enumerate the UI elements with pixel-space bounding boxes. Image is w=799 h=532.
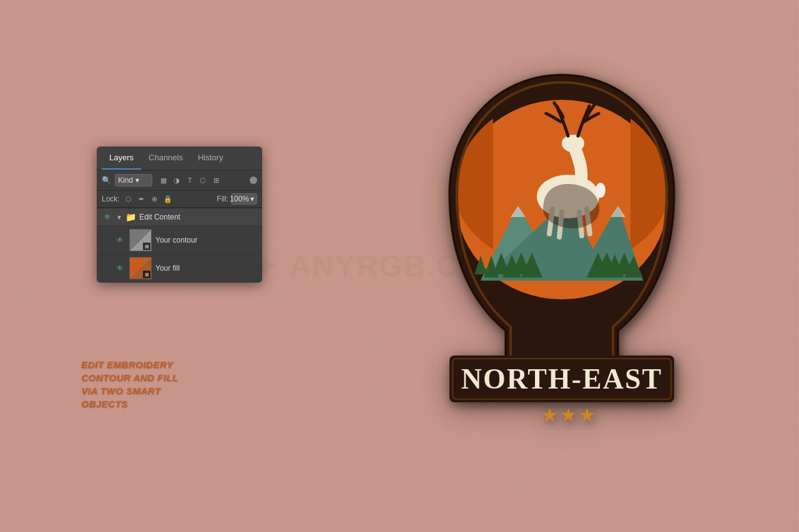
badge-container: NORTH-EAST ★ ★ ★ <box>406 37 718 462</box>
fill-thumbnail: ⊞ <box>129 257 152 279</box>
filter-toggle[interactable] <box>250 177 257 184</box>
contour-thumbnail: ⊞ <box>129 229 152 251</box>
lock-pixels-icon[interactable]: ✒ <box>137 194 147 204</box>
adjustment-filter-icon[interactable]: ◑ <box>172 175 182 185</box>
tab-channels[interactable]: Channels <box>141 147 190 170</box>
tab-layers[interactable]: Layers <box>102 147 141 170</box>
search-icon: 🔍 <box>102 176 111 185</box>
filter-row: 🔍 Kind ▾ ▦ ◑ T ⬡ ⊞ <box>97 170 262 191</box>
type-filter-icon[interactable]: T <box>185 175 195 185</box>
fill-eye-icon[interactable]: 👁 <box>114 263 125 274</box>
smart-filter-icon[interactable]: ⊞ <box>211 175 221 185</box>
lock-icons: ⬡ ✒ ⊕ 🔒 <box>124 194 173 204</box>
fill-input[interactable]: 100% ▾ <box>231 193 257 205</box>
lock-position-icon[interactable]: ⊕ <box>150 194 160 204</box>
kind-dropdown[interactable]: Kind ▾ <box>115 174 152 186</box>
instruction-line4: objects <box>81 397 179 410</box>
svg-point-24 <box>596 183 605 198</box>
dropdown-arrow: ▾ <box>135 176 139 185</box>
fill-thumb-preview: ⊞ <box>130 258 151 279</box>
bottom-instruction-text: Edit embroidery contour and fill via two… <box>81 358 179 410</box>
group-chevron-icon: ▼ <box>116 214 122 221</box>
layer-group-header[interactable]: 👁 ▼ 📁 Edit Content <box>97 208 262 226</box>
layer-item-fill[interactable]: 👁 ⊞ Your fill <box>97 254 262 283</box>
fill-layer-name: Your fill <box>155 264 180 273</box>
smart-badge-contour: ⊞ <box>143 243 150 250</box>
tab-history[interactable]: History <box>190 147 230 170</box>
group-eye-icon[interactable]: 👁 <box>102 211 113 223</box>
fill-label: Fill: <box>217 195 228 203</box>
shape-filter-icon[interactable]: ⬡ <box>198 175 208 185</box>
instruction-line3: via two smart <box>81 384 179 397</box>
lock-transparent-icon[interactable]: ⬡ <box>124 194 134 204</box>
fill-value: 100% <box>230 195 249 203</box>
svg-text:NORTH-EAST: NORTH-EAST <box>461 363 663 395</box>
filter-icons: ▦ ◑ T ⬡ ⊞ <box>159 175 221 185</box>
lock-row: Lock: ⬡ ✒ ⊕ 🔒 Fill: 100% ▾ <box>97 191 262 208</box>
contour-layer-name: Your contour <box>155 236 198 244</box>
layer-group: 👁 ▼ 📁 Edit Content 👁 ⊞ Your contour 👁 ⊞ <box>97 208 262 283</box>
layers-panel: Layers Channels History 🔍 Kind ▾ ▦ ◑ T ⬡… <box>97 147 262 283</box>
pixel-filter-icon[interactable]: ▦ <box>159 175 169 185</box>
fill-arrow: ▾ <box>250 195 254 203</box>
instruction-line2: contour and fill <box>81 371 179 384</box>
svg-text:★: ★ <box>542 405 557 425</box>
layer-item-contour[interactable]: 👁 ⊞ Your contour <box>97 226 262 254</box>
smart-badge-fill: ⊞ <box>143 271 150 278</box>
svg-point-19 <box>562 135 584 152</box>
svg-text:★: ★ <box>561 405 576 425</box>
instruction-line1: Edit embroidery <box>81 358 179 371</box>
contour-eye-icon[interactable]: 👁 <box>114 235 125 246</box>
embroidery-badge: NORTH-EAST ★ ★ ★ <box>418 69 705 430</box>
lock-label: Lock: <box>102 195 120 203</box>
lock-artboard-icon[interactable]: 🔒 <box>163 194 173 204</box>
kind-label: Kind <box>118 176 133 185</box>
folder-icon: 📁 <box>125 212 136 222</box>
panel-tabs: Layers Channels History <box>97 147 262 170</box>
group-name-label: Edit Content <box>139 213 180 221</box>
fill-section: Fill: 100% ▾ <box>217 193 257 205</box>
svg-text:★: ★ <box>579 405 595 425</box>
contour-thumb-preview: ⊞ <box>130 230 151 251</box>
